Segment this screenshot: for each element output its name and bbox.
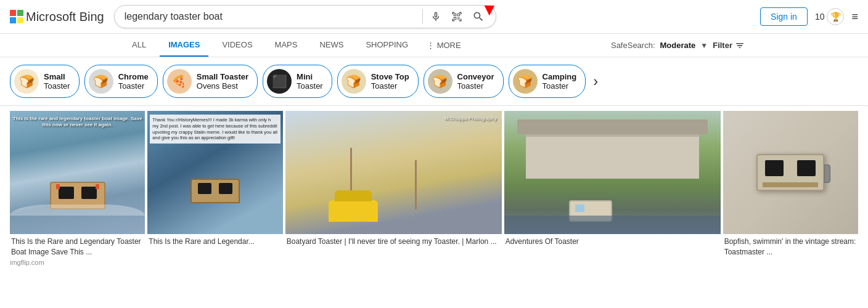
chip-label-ovens: Small Toaster [197,72,248,82]
image-search-icon [451,11,462,22]
header-right: Sign in 10 🏆 ≡ [760,7,858,26]
safesearch-label: SafeSearch: [611,41,655,50]
chip-img-conveyor: 🍞 [428,69,452,94]
image-wrapper-3: M.Chuppa Photography [285,111,502,234]
safesearch-value[interactable]: Moderate [660,41,696,50]
image-search-button[interactable] [450,10,464,23]
red-arrow-indicator: ▼ [481,0,498,20]
tab-news[interactable]: NEWS [311,34,352,57]
chip-img-chrome: 🍞 [89,69,113,94]
sign-in-button[interactable]: Sign in [760,7,808,26]
image-caption-3: Boatyard Toaster | I'll never tire of se… [285,234,502,248]
chip-sub-conveyor: Toaster [457,81,494,91]
image-caption-5: Bopfish, swimmin' in the vintage stream:… [723,234,858,259]
image-caption-4: Adventures Of Toaster [504,234,721,248]
image-card-1[interactable]: This is the rare and legendary toaster b… [10,111,145,266]
header: Microsoft Bing [0,0,868,34]
nav-right: SafeSearch: Moderate ▼ Filter [611,41,745,51]
more-button[interactable]: ⋮ MORE [422,34,466,56]
chip-small-toaster[interactable]: 🍞 Small Toaster [10,65,80,98]
safesearch-dropdown-icon[interactable]: ▼ [700,41,708,50]
chip-camping-toaster[interactable]: 🍞 Camping Toaster [509,65,586,98]
chip-label-chrome: Chrome [118,72,149,82]
chip-img-mini: ⬛ [267,69,292,94]
chip-text-conveyor: Conveyor Toaster [457,72,494,91]
logo-text: Microsoft Bing [26,10,104,24]
chip-mini-toaster[interactable]: ⬛ Mini Toaster [263,65,332,98]
chip-small-ovens[interactable]: 🍕 Small Toaster Ovens Best [163,65,258,98]
chip-sub-ovens: Ovens Best [197,81,248,91]
chip-conveyor-toaster[interactable]: 🍞 Conveyor Toaster [424,65,504,98]
image-wrapper-2: Thank You r/HistoryMemes!!! I made 3k ka… [147,111,282,234]
image-source-1: imgflip.com [10,259,145,266]
chip-chrome-toaster[interactable]: 🍞 Chrome Toaster [84,65,158,98]
nav-tabs: ALL IMAGES VIDEOS MAPS NEWS SHOPPING ⋮ M… [0,34,868,57]
microphone-icon [430,11,441,22]
filter-chips: 🍞 Small Toaster 🍞 Chrome Toaster 🍕 Small… [0,57,868,106]
chip-text-mini: Mini Toaster [297,72,323,91]
filter-label: Filter [713,41,732,50]
tab-videos[interactable]: VIDEOS [213,34,261,57]
chip-sub-small: Toaster [44,81,70,91]
tab-shopping[interactable]: SHOPPING [357,34,417,57]
hamburger-button[interactable]: ≡ [851,10,858,23]
image-card-5[interactable]: Bopfish, swimmin' in the vintage stream:… [723,111,858,266]
tab-images[interactable]: IMAGES [160,34,208,57]
filter-button[interactable]: Filter [713,41,745,51]
image-card-4[interactable]: Adventures Of Toaster [504,111,721,266]
trophy-icon: 🏆 [827,8,844,25]
chips-scroll-right-button[interactable]: › [593,73,598,90]
chip-img-ovens: 🍕 [167,69,192,94]
chip-sub-chrome: Toaster [118,81,149,91]
chip-sub-stove: Toaster [371,81,409,91]
image-wrapper-4 [504,111,721,234]
chip-img-camping: 🍞 [513,69,538,94]
filter-icon [735,41,745,51]
chip-label-small: Small [44,72,70,82]
search-icons [429,9,486,24]
chip-img-small: 🍞 [14,69,39,94]
image-card-3[interactable]: M.Chuppa Photography Boatyard Toaster | … [285,111,502,266]
chip-label-camping: Camping [542,72,577,82]
chip-img-stove: 🍞 [342,69,366,94]
chip-text-chrome: Chrome Toaster [118,72,149,91]
tab-all[interactable]: ALL [123,34,155,57]
chip-label-mini: Mini [297,72,323,82]
chip-sub-mini: Toaster [297,81,323,91]
chip-sub-camping: Toaster [542,81,577,91]
microphone-button[interactable] [429,10,443,23]
chip-label-conveyor: Conveyor [457,72,494,82]
tab-maps[interactable]: MAPS [266,34,306,57]
bing-logo-grid [10,10,23,23]
chip-text-ovens: Small Toaster Ovens Best [197,72,248,91]
chip-stove-top-toaster[interactable]: 🍞 Stove Top Toaster [337,65,419,98]
logo-area[interactable]: Microsoft Bing [10,10,104,24]
search-divider [422,9,423,24]
score-badge: 10 🏆 [815,8,845,25]
score-value: 10 [815,12,825,22]
chip-text-small: Small Toaster [44,72,70,91]
search-input[interactable] [125,11,416,22]
image-grid: This is the rare and legendary toaster b… [0,106,868,271]
chip-text-camping: Camping Toaster [542,72,577,91]
image-wrapper-5 [723,111,858,234]
image-card-2[interactable]: Thank You r/HistoryMemes!!! I made 3k ka… [147,111,282,266]
image-caption-2: This Is the Rare and Legendar... [147,234,282,248]
chip-text-stove: Stove Top Toaster [371,72,409,91]
chip-label-stove: Stove Top [371,72,409,82]
image-caption-1: This Is the Rare and Legendary Toaster B… [10,234,145,259]
search-bar [114,5,496,28]
image-wrapper-1: This is the rare and legendary toaster b… [10,111,145,234]
